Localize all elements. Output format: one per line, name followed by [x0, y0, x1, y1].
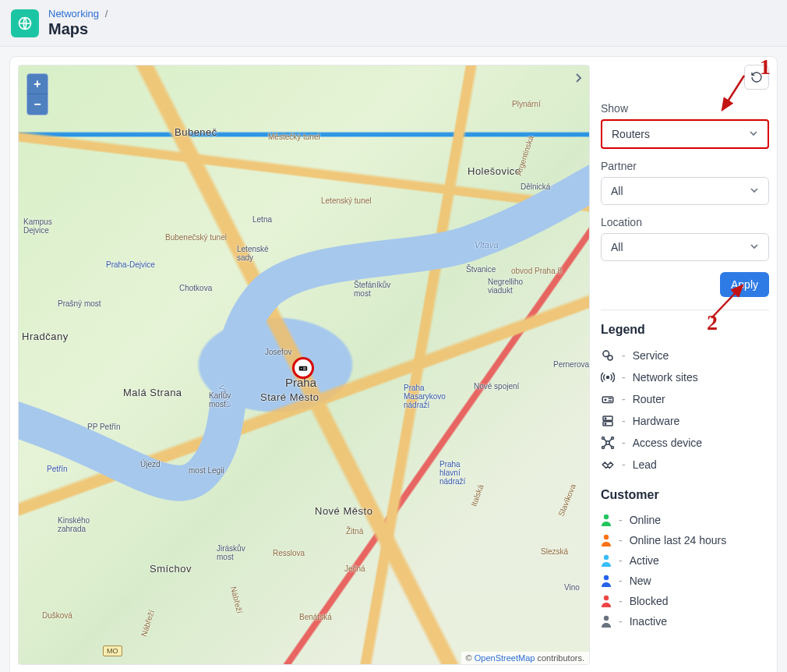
customer-label: Blocked [630, 595, 669, 607]
svg-point-20 [612, 447, 614, 449]
customer-item: - Active [601, 550, 769, 571]
handshake-icon [601, 458, 615, 472]
customer-item: - Blocked [601, 591, 769, 611]
map-pane[interactable]: Bubeneč Holešovice Dělnická Kampus Dejvi… [18, 65, 590, 665]
svg-point-2 [301, 368, 302, 369]
svg-point-24 [604, 575, 609, 580]
person-icon [601, 615, 612, 628]
person-icon [601, 575, 612, 587]
customer-item: - New [601, 571, 769, 591]
header-text: Networking / Maps [48, 8, 111, 38]
attribution-suffix: contributors. [535, 653, 584, 663]
legend-title: Legend [601, 323, 769, 337]
svg-point-7 [607, 377, 609, 379]
chevron-down-icon [750, 242, 759, 253]
globe-icon [11, 9, 39, 37]
svg-rect-3 [303, 367, 306, 368]
show-select[interactable]: Routers [601, 119, 769, 149]
svg-point-6 [608, 355, 612, 360]
svg-point-26 [604, 616, 609, 621]
field-location: Location All [601, 216, 769, 261]
zoom-out-button[interactable]: − [27, 94, 48, 115]
svg-point-17 [602, 437, 605, 440]
legend-label: Service [633, 349, 669, 362]
legend-item-network: - Network sites [601, 366, 769, 388]
breadcrumb: Networking / [48, 8, 111, 19]
person-icon [601, 514, 612, 526]
person-icon [601, 534, 612, 546]
legend-label: Lead [633, 458, 657, 471]
service-icon [601, 348, 615, 363]
apply-button[interactable]: Apply [720, 272, 769, 297]
zoom-control: + − [26, 73, 48, 115]
location-label: Location [601, 216, 769, 228]
access-device-icon [601, 436, 615, 450]
show-value: Routers [612, 128, 650, 140]
field-partner: Partner All [601, 160, 769, 205]
router-icon [601, 392, 615, 406]
legend-item-service: - Service [601, 345, 769, 366]
svg-point-14 [605, 418, 606, 419]
svg-point-22 [604, 535, 609, 539]
person-icon [601, 554, 612, 567]
svg-rect-1 [299, 366, 308, 371]
breadcrumb-sep: / [105, 8, 108, 19]
svg-point-23 [604, 555, 609, 560]
partner-label: Partner [601, 160, 769, 172]
legend-label: Hardware [633, 415, 680, 427]
page-title: Maps [48, 19, 111, 38]
collapse-sidebar-toggle[interactable] [570, 70, 586, 86]
hardware-icon [601, 414, 615, 428]
customer-item: - Online [601, 510, 769, 530]
router-marker[interactable] [292, 357, 314, 379]
field-show: Show Routers [601, 102, 769, 149]
location-select[interactable]: All [601, 233, 769, 261]
customer-label: Inactive [630, 615, 667, 628]
partner-select[interactable]: All [601, 177, 769, 205]
customer-list: - Online - Online last 24 hours - Active… [601, 510, 769, 631]
customer-label: Active [630, 554, 659, 567]
broadcast-icon [601, 370, 615, 384]
svg-point-15 [605, 423, 606, 425]
svg-point-25 [604, 596, 609, 600]
svg-rect-4 [303, 369, 306, 370]
customer-label: Online [630, 514, 661, 526]
sidebar: Show Routers Partner All Location All [601, 65, 769, 667]
breadcrumb-root[interactable]: Networking [48, 8, 99, 19]
show-label: Show [601, 102, 769, 115]
map-attribution: © OpenStreetMap contributors. [461, 652, 589, 664]
attribution-prefix: © [466, 653, 475, 663]
svg-point-18 [612, 437, 614, 440]
legend-item-access: - Access device [601, 432, 769, 454]
partner-value: All [611, 185, 623, 197]
legend-item-router: - Router [601, 388, 769, 410]
legend-label: Access device [633, 437, 702, 449]
chevron-down-icon [749, 129, 758, 140]
map-scale-badge: MO [103, 645, 122, 656]
legend-label: Network sites [633, 371, 698, 384]
customer-item: - Online last 24 hours [601, 530, 769, 550]
page-header: Networking / Maps [0, 0, 787, 47]
customer-label: Online last 24 hours [630, 534, 727, 546]
svg-point-21 [604, 515, 609, 519]
customer-item: - Inactive [601, 611, 769, 631]
refresh-button[interactable] [744, 65, 769, 90]
osm-link[interactable]: OpenStreetMap [475, 653, 535, 663]
svg-point-19 [602, 447, 605, 449]
legend-item-hardware: - Hardware [601, 410, 769, 432]
legend-label: Router [633, 393, 665, 405]
main-card: Bubeneč Holešovice Dělnická Kampus Dejvi… [9, 56, 778, 672]
legend-list: - Service - Network sites - Router - Har… [601, 345, 769, 476]
zoom-in-button[interactable]: + [27, 74, 48, 94]
person-icon [601, 595, 612, 607]
location-value: All [611, 241, 623, 253]
svg-rect-8 [602, 397, 613, 403]
chevron-down-icon [750, 186, 759, 196]
apply-row: Apply [601, 272, 769, 310]
svg-point-9 [605, 399, 606, 401]
legend-item-lead: - Lead [601, 454, 769, 476]
customer-label: New [630, 575, 651, 587]
customer-title: Customer [601, 488, 769, 502]
